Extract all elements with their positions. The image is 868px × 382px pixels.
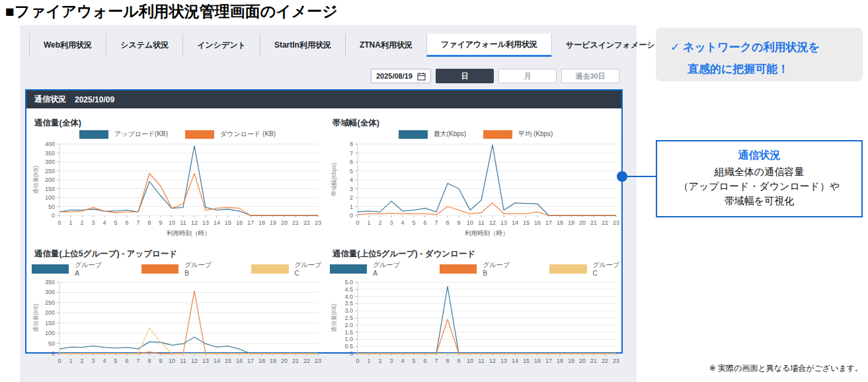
svg-text:利用時刻（時）: 利用時刻（時） bbox=[464, 229, 509, 237]
svg-text:6: 6 bbox=[125, 219, 128, 226]
legend-swatch bbox=[549, 264, 586, 274]
svg-text:4: 4 bbox=[401, 358, 404, 364]
range-button-1[interactable]: 月 bbox=[498, 69, 557, 83]
svg-text:21: 21 bbox=[590, 358, 597, 364]
svg-text:20: 20 bbox=[579, 358, 586, 364]
calendar-icon[interactable] bbox=[417, 72, 426, 81]
svg-text:11: 11 bbox=[180, 358, 186, 364]
svg-text:2.5: 2.5 bbox=[344, 315, 353, 321]
chart-total-bandwidth: 帯域幅(全体) 最大(Kbps)平均 (Kbps) 01234567801234… bbox=[330, 112, 621, 242]
svg-text:3.0: 3.0 bbox=[344, 307, 353, 314]
svg-text:350: 350 bbox=[45, 279, 55, 286]
svg-text:9: 9 bbox=[159, 358, 162, 364]
svg-text:10: 10 bbox=[467, 358, 473, 364]
svg-text:3: 3 bbox=[350, 186, 353, 192]
dashboard-screenshot: Web利用状況システム状況インシデントStartIn利用状況ZTNA利用状況ファ… bbox=[20, 25, 637, 382]
svg-text:20: 20 bbox=[281, 219, 288, 226]
svg-text:4: 4 bbox=[102, 358, 106, 364]
svg-text:10: 10 bbox=[169, 219, 175, 226]
svg-text:7: 7 bbox=[434, 358, 438, 364]
svg-text:2: 2 bbox=[378, 219, 381, 226]
chart-legend: 最大(Kbps)平均 (Kbps) bbox=[330, 130, 621, 139]
tab-5[interactable]: ファイアウォール利用状況 bbox=[426, 34, 551, 57]
legend-item: 最大(Kbps) bbox=[399, 130, 466, 139]
svg-text:250: 250 bbox=[45, 168, 55, 174]
chart-legend: グループAグループBグループC bbox=[32, 260, 323, 277]
svg-text:3.5: 3.5 bbox=[344, 300, 353, 307]
svg-text:7: 7 bbox=[136, 358, 139, 364]
svg-text:10: 10 bbox=[169, 358, 175, 364]
tab-1[interactable]: システム状況 bbox=[106, 34, 182, 57]
legend-label: 平均 (Kbps) bbox=[518, 130, 553, 139]
svg-text:18: 18 bbox=[557, 358, 563, 364]
svg-text:15: 15 bbox=[225, 219, 231, 226]
svg-text:15: 15 bbox=[523, 219, 530, 226]
svg-text:7: 7 bbox=[434, 219, 438, 226]
svg-text:5: 5 bbox=[412, 219, 415, 226]
svg-text:5: 5 bbox=[114, 219, 117, 226]
svg-text:0: 0 bbox=[356, 219, 359, 226]
svg-text:22: 22 bbox=[602, 219, 608, 226]
svg-text:11: 11 bbox=[478, 358, 484, 364]
svg-text:20: 20 bbox=[281, 358, 288, 364]
svg-text:9: 9 bbox=[159, 219, 162, 226]
svg-text:0: 0 bbox=[350, 350, 353, 357]
legend-label: グループB bbox=[483, 260, 511, 277]
legend-swatch bbox=[141, 264, 178, 274]
svg-text:12: 12 bbox=[489, 358, 496, 364]
svg-text:3: 3 bbox=[389, 358, 393, 364]
range-button-2[interactable]: 過去30日 bbox=[561, 69, 619, 83]
legend-label: ダウンロード (KB) bbox=[220, 130, 276, 139]
svg-text:4.5: 4.5 bbox=[344, 286, 353, 293]
legend-swatch bbox=[185, 130, 214, 139]
svg-text:1: 1 bbox=[350, 204, 353, 210]
charts-grid: 通信量(全体) アップロード(KB)ダウンロード (KB) 0501001502… bbox=[26, 108, 621, 369]
legend-label: グループC bbox=[593, 260, 621, 277]
legend-item: グループA bbox=[32, 260, 103, 277]
line-chart-svg: 0501001502002503003504000123456789101112… bbox=[32, 139, 323, 239]
svg-text:350: 350 bbox=[45, 150, 55, 157]
tab-2[interactable]: インシデント bbox=[182, 34, 260, 57]
svg-text:14: 14 bbox=[512, 219, 518, 226]
legend-label: グループA bbox=[373, 260, 401, 277]
svg-text:150: 150 bbox=[45, 320, 55, 326]
svg-text:23: 23 bbox=[315, 219, 321, 226]
tab-3[interactable]: StartIn利用状況 bbox=[260, 34, 345, 57]
legend-swatch bbox=[251, 264, 288, 274]
legend-label: 最大(Kbps) bbox=[434, 130, 466, 139]
annotation-line: 帯域幅を可視化 bbox=[660, 194, 859, 208]
chart-top-groups-upload: 通信量(上位5グループ) - アップロード グループAグループBグループC 05… bbox=[32, 243, 323, 369]
svg-text:22: 22 bbox=[303, 219, 310, 226]
line-chart-svg: 0501001502002503003500123456789101112131… bbox=[32, 277, 323, 367]
svg-text:通信量(KB): 通信量(KB) bbox=[32, 304, 39, 332]
traffic-status-panel: 通信状況 2025/10/09 通信量(全体) アップロード(KB)ダウンロード… bbox=[25, 89, 623, 354]
date-value: 2025/08/19 bbox=[376, 72, 413, 80]
legend-item: グループB bbox=[440, 260, 511, 277]
svg-text:100: 100 bbox=[45, 194, 55, 201]
svg-text:12: 12 bbox=[191, 358, 198, 364]
legend-swatch bbox=[32, 264, 69, 274]
svg-text:250: 250 bbox=[45, 299, 55, 306]
chart-title: 帯域幅(全体) bbox=[333, 118, 621, 129]
svg-text:19: 19 bbox=[568, 219, 574, 226]
svg-text:18: 18 bbox=[258, 358, 265, 364]
svg-text:4: 4 bbox=[350, 176, 353, 183]
tab-0[interactable]: Web利用状況 bbox=[29, 34, 106, 57]
annotation-title: 通信状況 bbox=[660, 149, 859, 163]
chart-legend: アップロード(KB)ダウンロード (KB) bbox=[32, 130, 323, 139]
tab-4[interactable]: ZTNA利用状況 bbox=[345, 34, 426, 57]
svg-text:13: 13 bbox=[500, 219, 507, 226]
range-button-0[interactable]: 日 bbox=[436, 69, 494, 83]
benefit-callout: ✓ ネットワークの利用状況を 直感的に把握可能！ bbox=[656, 28, 863, 81]
legend-item: ダウンロード (KB) bbox=[185, 130, 276, 139]
panel-header-title: 通信状況 bbox=[34, 94, 66, 105]
legend-label: アップロード(KB) bbox=[114, 130, 168, 139]
svg-text:18: 18 bbox=[258, 219, 265, 226]
date-input[interactable]: 2025/08/19 bbox=[371, 69, 431, 83]
svg-text:2: 2 bbox=[80, 358, 83, 364]
legend-swatch bbox=[330, 264, 367, 274]
svg-text:利用時刻（時）: 利用時刻（時） bbox=[166, 229, 211, 237]
svg-text:17: 17 bbox=[247, 219, 254, 226]
svg-text:6: 6 bbox=[125, 358, 128, 364]
svg-text:14: 14 bbox=[214, 358, 220, 364]
